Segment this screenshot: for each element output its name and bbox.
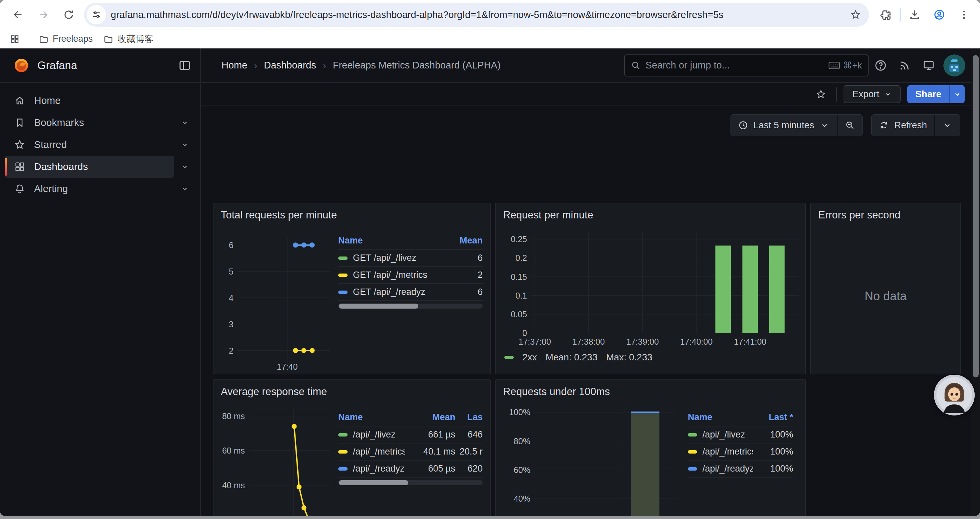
breadcrumb-home[interactable]: Home: [221, 60, 247, 71]
legend-header-mean[interactable]: Mean: [405, 409, 455, 426]
refresh-interval-button[interactable]: [934, 115, 960, 136]
legend-row[interactable]: /api/_/livez661 µs646: [338, 426, 483, 443]
address-bar[interactable]: [84, 3, 869, 27]
legend-header-name[interactable]: Name: [338, 409, 405, 426]
chevron-down-icon: [942, 120, 952, 130]
floating-assistant-avatar[interactable]: [934, 375, 975, 415]
chevron-down-icon[interactable]: [174, 162, 196, 171]
legend-row[interactable]: /api/_/metrics100%: [688, 443, 793, 460]
share-split-button: Share: [907, 85, 965, 103]
active-accent-bar: [5, 158, 7, 176]
legend-row[interactable]: /api/_/metrics40.1 ms20.5 r: [338, 443, 483, 460]
breadcrumb-dashboards[interactable]: Dashboards: [264, 60, 316, 71]
legend-row[interactable]: /api/_/readyz100%: [688, 460, 793, 477]
legend-row[interactable]: GET /api/_/metrics2: [338, 267, 483, 284]
panel-title[interactable]: Average response time: [221, 384, 483, 399]
chevron-down-icon[interactable]: [174, 184, 196, 193]
legend-header-last[interactable]: Las: [455, 409, 483, 426]
breadcrumb: Home › Dashboards › Freeleaps Metrics Da…: [221, 60, 624, 71]
svg-text:17:38:00: 17:38:00: [573, 337, 605, 347]
area-chart[interactable]: 100%80%60%40%20%0%17:40: [503, 399, 680, 516]
legend-scrollbar[interactable]: [338, 480, 483, 485]
scrollbar-thumb[interactable]: [973, 55, 978, 377]
folder-icon: [39, 34, 49, 44]
grafana-logo[interactable]: [13, 57, 29, 73]
sidebar: Home Bookmarks Starred: [0, 83, 201, 516]
star-dashboard-icon[interactable]: [812, 86, 830, 103]
series-swatch: [688, 450, 697, 454]
dock-menu-icon[interactable]: [178, 59, 191, 72]
browser-menu-icon[interactable]: [953, 4, 975, 26]
legend-header-name[interactable]: Name: [688, 409, 753, 426]
svg-text:5: 5: [229, 267, 234, 276]
folder-icon: [103, 34, 113, 44]
panel-title[interactable]: Request per minute: [503, 208, 798, 223]
chevron-down-icon[interactable]: [174, 140, 196, 149]
legend-header-last[interactable]: Last *: [753, 409, 793, 426]
reload-icon[interactable]: [58, 4, 80, 26]
panel-title[interactable]: Total requests per minute: [221, 208, 483, 223]
svg-text:17:40: 17:40: [277, 362, 298, 371]
series-swatch: [338, 257, 348, 260]
site-settings-icon[interactable]: [87, 5, 106, 24]
legend-scrollbar[interactable]: [338, 303, 483, 308]
legend-row[interactable]: /api/_/livez100%: [688, 426, 793, 443]
search-shortcut: ⌘+k: [829, 60, 862, 71]
legend-header-mean[interactable]: Mean: [436, 233, 483, 249]
timeseries-chart[interactable]: 80 ms60 ms40 ms20 ms0 s17:40: [221, 399, 334, 516]
breadcrumb-separator: ›: [254, 60, 257, 71]
series-swatch: [688, 467, 697, 471]
sidebar-item-home[interactable]: Home: [5, 89, 196, 112]
sidebar-item-dashboards[interactable]: Dashboards: [5, 156, 196, 178]
kiosk-monitor-icon[interactable]: [916, 53, 941, 77]
extensions-icon[interactable]: [875, 4, 896, 26]
legend-row[interactable]: GET /api/_/readyz6: [338, 284, 483, 300]
zoom-out-button[interactable]: [837, 115, 862, 136]
news-rss-icon[interactable]: [892, 53, 916, 77]
dashboards-grid-icon: [14, 161, 25, 172]
share-menu-button[interactable]: [949, 85, 965, 103]
user-avatar[interactable]: [943, 54, 965, 77]
series-swatch: [338, 273, 348, 277]
series-swatch: [338, 467, 348, 471]
time-range-picker[interactable]: Last 5 minutes: [731, 115, 837, 136]
legend-max: Max: 0.233: [606, 352, 652, 363]
series-swatch: [338, 433, 348, 436]
panel-title[interactable]: Requests under 100ms: [503, 384, 798, 399]
bookmark-folder-blogs[interactable]: 收藏博客: [98, 30, 159, 48]
bookmark-folder-freeleaps[interactable]: Freeleaps: [33, 31, 98, 47]
downloads-icon[interactable]: [904, 4, 925, 26]
search-input[interactable]: Search or jump to... ⌘+k: [624, 54, 869, 77]
timeseries-chart[interactable]: 6543217:40: [221, 223, 334, 373]
legend: 2xx Mean: 0.233 Max: 0.233: [503, 352, 798, 363]
svg-text:17:39:00: 17:39:00: [627, 337, 659, 347]
back-icon[interactable]: [7, 4, 29, 26]
search-placeholder: Search or jump to...: [646, 60, 829, 71]
bookmark-star-icon[interactable]: [847, 6, 864, 23]
legend-row[interactable]: GET /api/_/livez6: [338, 249, 483, 267]
help-icon[interactable]: [869, 53, 892, 77]
vertical-scrollbar[interactable]: [971, 48, 980, 516]
apps-grid-icon[interactable]: [8, 32, 21, 46]
panel-title[interactable]: Errors per second: [818, 208, 953, 223]
sidebar-item-starred[interactable]: Starred: [5, 134, 196, 156]
legend-header-name[interactable]: Name: [338, 233, 436, 249]
legend-row[interactable]: /api/_/readyz605 µs620: [338, 460, 483, 477]
legend-series-label[interactable]: 2xx: [522, 352, 537, 363]
chevron-down-icon[interactable]: [174, 118, 196, 127]
refresh-button[interactable]: Refresh: [872, 115, 934, 136]
series-swatch: [338, 450, 348, 454]
svg-text:0.2: 0.2: [515, 253, 527, 262]
brand-title: Grafana: [37, 59, 178, 72]
svg-text:0.05: 0.05: [511, 310, 527, 319]
toolbar-right: [875, 4, 980, 26]
sidebar-item-bookmarks[interactable]: Bookmarks: [5, 112, 196, 134]
sidebar-item-alerting[interactable]: Alerting: [5, 178, 196, 200]
share-button[interactable]: Share: [907, 85, 949, 103]
svg-text:2: 2: [229, 346, 234, 355]
export-button[interactable]: Export: [843, 85, 900, 103]
profile-icon[interactable]: [929, 4, 950, 26]
breadcrumb-current: Freeleaps Metrics Dashboard (ALPHA): [333, 60, 501, 71]
url-input[interactable]: [106, 10, 847, 21]
bar-chart[interactable]: 0.250.20.150.10.05017:37:0017:38:0017:39…: [503, 223, 802, 348]
